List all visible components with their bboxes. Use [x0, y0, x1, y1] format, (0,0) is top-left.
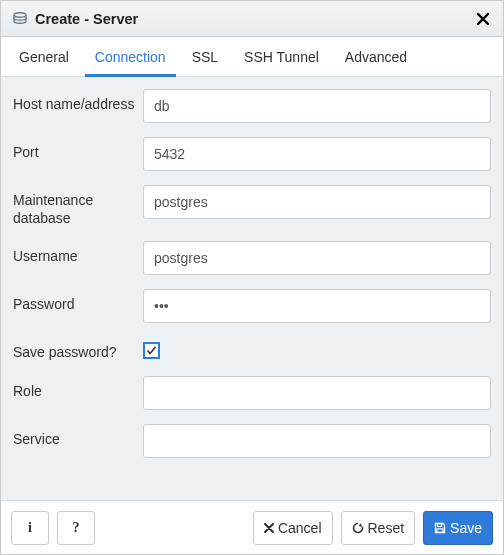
- server-icon: [11, 10, 29, 28]
- dialog-title: Create - Server: [35, 11, 473, 27]
- password-input[interactable]: [143, 289, 491, 323]
- label-maintenance-db: Maintenance database: [13, 185, 143, 227]
- tab-ssh-tunnel[interactable]: SSH Tunnel: [234, 37, 329, 77]
- host-input[interactable]: [143, 89, 491, 123]
- label-save-password: Save password?: [13, 337, 143, 361]
- info-button[interactable]: i: [11, 511, 49, 545]
- close-button[interactable]: [473, 9, 493, 29]
- cancel-icon: [264, 523, 274, 533]
- label-host: Host name/address: [13, 89, 143, 113]
- create-server-dialog: Create - Server General Connection SSL S…: [0, 0, 504, 555]
- reset-label: Reset: [368, 520, 405, 536]
- row-maintenance-db: Maintenance database: [13, 185, 491, 227]
- port-input[interactable]: [143, 137, 491, 171]
- cancel-button[interactable]: Cancel: [253, 511, 333, 545]
- save-icon: [434, 522, 446, 534]
- save-button[interactable]: Save: [423, 511, 493, 545]
- tab-advanced[interactable]: Advanced: [335, 37, 417, 77]
- row-save-password: Save password?: [13, 337, 491, 361]
- reset-button[interactable]: Reset: [341, 511, 416, 545]
- check-icon: [146, 345, 157, 356]
- row-host: Host name/address: [13, 89, 491, 123]
- row-role: Role: [13, 376, 491, 410]
- tab-general[interactable]: General: [9, 37, 79, 77]
- tab-connection[interactable]: Connection: [85, 37, 176, 77]
- save-label: Save: [450, 520, 482, 536]
- svg-rect-1: [438, 523, 442, 526]
- titlebar: Create - Server: [1, 1, 503, 37]
- row-service: Service: [13, 424, 491, 458]
- tab-ssl[interactable]: SSL: [182, 37, 228, 77]
- service-input[interactable]: [143, 424, 491, 458]
- label-password: Password: [13, 289, 143, 313]
- cancel-label: Cancel: [278, 520, 322, 536]
- row-password: Password: [13, 289, 491, 323]
- tabs: General Connection SSL SSH Tunnel Advanc…: [1, 37, 503, 77]
- label-role: Role: [13, 376, 143, 400]
- svg-point-0: [14, 12, 26, 16]
- label-port: Port: [13, 137, 143, 161]
- row-port: Port: [13, 137, 491, 171]
- role-input[interactable]: [143, 376, 491, 410]
- footer: i ? Cancel Reset: [1, 500, 503, 554]
- reset-icon: [352, 522, 364, 534]
- maintenance-db-input[interactable]: [143, 185, 491, 219]
- label-service: Service: [13, 424, 143, 448]
- username-input[interactable]: [143, 241, 491, 275]
- label-username: Username: [13, 241, 143, 265]
- save-password-checkbox[interactable]: [143, 342, 160, 359]
- form-body: Host name/address Port Maintenance datab…: [1, 77, 503, 500]
- help-button[interactable]: ?: [57, 511, 95, 545]
- close-icon: [477, 13, 489, 25]
- svg-rect-2: [437, 528, 443, 532]
- row-username: Username: [13, 241, 491, 275]
